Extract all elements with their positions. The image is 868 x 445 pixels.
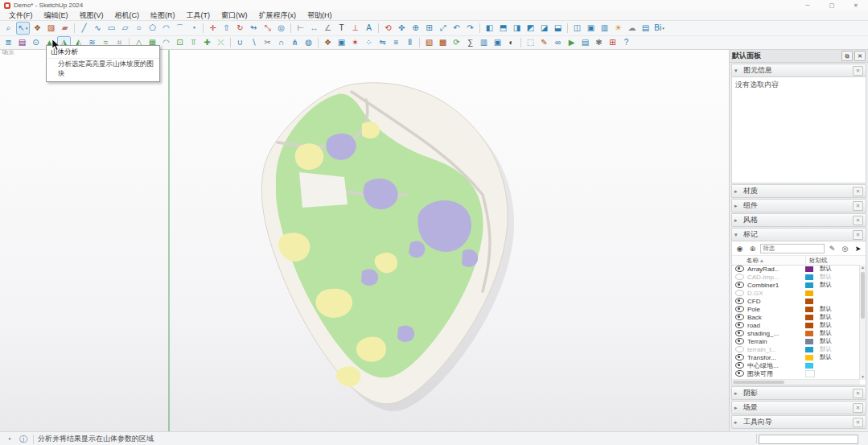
animation-play-icon[interactable]: ▶ bbox=[566, 37, 578, 48]
tag-name[interactable]: Transfor... bbox=[747, 354, 805, 361]
tag-row[interactable]: Combiner1默认 bbox=[732, 281, 860, 289]
tag-name[interactable]: 图块可用 bbox=[747, 369, 805, 378]
tag-color-swatch[interactable] bbox=[805, 347, 813, 352]
scroll-up-icon[interactable]: ▲ bbox=[860, 265, 866, 270]
section-entity-info[interactable]: ▾ 图元信息 ✕ bbox=[731, 64, 866, 77]
tag-row[interactable]: Pole默认 bbox=[732, 305, 860, 313]
section-fill-icon[interactable]: ▥ bbox=[599, 23, 611, 34]
column-name-label[interactable]: 名称 bbox=[747, 257, 759, 264]
tag-name[interactable]: Terrain bbox=[747, 338, 805, 345]
close-icon[interactable]: ✕ bbox=[853, 187, 863, 196]
eye-visible-icon[interactable] bbox=[735, 306, 744, 312]
label-icon[interactable]: ✎ bbox=[538, 37, 550, 48]
tag-dashes-value[interactable]: 默认 bbox=[820, 337, 855, 345]
measurement-input[interactable] bbox=[759, 435, 858, 444]
section-plane-icon[interactable]: ◫ bbox=[571, 23, 583, 34]
tag-name[interactable]: D.GX bbox=[747, 290, 805, 297]
menu-item-6[interactable]: 工具(T) bbox=[181, 10, 216, 21]
stamp-icon[interactable]: ⊡ bbox=[174, 37, 186, 48]
section-collapsed-bottom-1[interactable]: ▸阴影✕ bbox=[731, 386, 866, 400]
section-collapsed-top-2[interactable]: ▸组件✕ bbox=[731, 199, 866, 212]
eye-hidden-icon[interactable] bbox=[735, 274, 744, 280]
scenes-manager-icon[interactable]: ▤ bbox=[579, 37, 591, 48]
mirror-icon[interactable]: ⇋ bbox=[376, 37, 389, 48]
close-icon[interactable]: ✕ bbox=[853, 403, 863, 413]
right-view-icon[interactable]: ◩ bbox=[525, 23, 537, 34]
protractor-icon[interactable]: ∠ bbox=[322, 23, 334, 34]
section-tags[interactable]: ▾ 标记 ✕ bbox=[731, 228, 866, 241]
tag-name[interactable]: shading_... bbox=[747, 330, 805, 337]
orbit-icon[interactable]: ⟲ bbox=[382, 23, 394, 34]
pie-icon[interactable]: ◔ bbox=[187, 23, 200, 34]
menu-item-9[interactable]: 帮助(H) bbox=[302, 10, 338, 21]
follow-me-icon[interactable]: ↬ bbox=[248, 23, 260, 34]
close-icon[interactable]: ✕ bbox=[853, 66, 863, 76]
area-measure-icon[interactable]: ⬚ bbox=[525, 37, 537, 48]
menu-item-8[interactable]: 扩展程序(x) bbox=[253, 10, 302, 21]
tag-color-swatch[interactable] bbox=[805, 266, 813, 272]
add-tag-icon[interactable]: ⊕ bbox=[747, 245, 758, 253]
report-icon[interactable]: ▥ bbox=[478, 37, 490, 48]
text-icon[interactable]: T bbox=[335, 23, 348, 34]
two-point-arc-icon[interactable]: ⌒ bbox=[174, 23, 186, 34]
menu-item-7[interactable]: 窗口(W) bbox=[216, 10, 253, 21]
tag-color-swatch[interactable] bbox=[805, 331, 813, 336]
offset-icon[interactable]: ◎ bbox=[275, 23, 287, 34]
tag-dashes-value[interactable]: 默认 bbox=[820, 345, 855, 353]
purge-tags-icon[interactable]: ◎ bbox=[840, 245, 850, 253]
freehand-icon[interactable]: ∿ bbox=[92, 23, 104, 34]
polygon-icon[interactable]: ⬠ bbox=[146, 23, 158, 34]
export-image-icon[interactable]: ▣ bbox=[492, 37, 504, 48]
menu-item-1[interactable]: 文件(F) bbox=[3, 10, 39, 21]
search-icon[interactable]: ⌕ bbox=[2, 23, 14, 34]
tag-name[interactable]: terrain_t... bbox=[747, 346, 805, 353]
3d-text-icon[interactable]: A bbox=[363, 23, 375, 34]
move-icon[interactable]: ✛ bbox=[207, 23, 219, 34]
distribute-icon[interactable]: ⫴ bbox=[404, 37, 416, 48]
solid-split-icon[interactable]: ⋔ bbox=[289, 37, 301, 48]
tag-name[interactable]: CAD-Imp... bbox=[747, 274, 805, 281]
info-icon[interactable]: ⓘ bbox=[18, 435, 29, 444]
tag-color-swatch[interactable] bbox=[805, 363, 813, 369]
arc-icon[interactable]: ◠ bbox=[160, 23, 172, 34]
eye-hidden-icon[interactable] bbox=[735, 346, 744, 352]
tag-name[interactable]: Combiner1 bbox=[747, 282, 805, 289]
scale-icon[interactable]: ⤡ bbox=[261, 23, 274, 34]
scroll-down-icon[interactable]: ▼ bbox=[860, 374, 866, 380]
back-view-icon[interactable]: ⬓ bbox=[552, 23, 564, 34]
eye-visible-icon[interactable] bbox=[735, 298, 744, 304]
tag-row[interactable]: CAD-Imp...默认 bbox=[732, 273, 860, 281]
edit-tags-icon[interactable]: ✎ bbox=[827, 245, 837, 253]
scene-tab-label[interactable]: 场景 bbox=[2, 50, 14, 56]
tag-color-swatch[interactable] bbox=[805, 282, 813, 288]
eye-visible-icon[interactable] bbox=[735, 354, 744, 361]
zoom-window-icon[interactable]: ⊞ bbox=[423, 23, 435, 34]
tag-dashes-value[interactable]: 默认 bbox=[820, 329, 855, 337]
push-pull-icon[interactable]: ⇧ bbox=[220, 23, 232, 34]
material-tools-icon[interactable]: ▧ bbox=[423, 37, 435, 48]
rotate-icon[interactable]: ↻ bbox=[234, 23, 246, 34]
front-view-icon[interactable]: ◨ bbox=[511, 23, 523, 34]
drape-icon[interactable]: ⫪ bbox=[187, 37, 200, 48]
array-copy-icon[interactable]: ⁘ bbox=[363, 37, 375, 48]
tag-color-swatch[interactable] bbox=[805, 315, 813, 320]
tag-dashes-value[interactable]: 默认 bbox=[820, 281, 855, 289]
tag-row[interactable]: 图块可用 bbox=[732, 369, 860, 377]
eye-visible-icon[interactable] bbox=[735, 362, 744, 369]
tag-dashes-value[interactable]: 默认 bbox=[820, 353, 855, 361]
iso-view-icon[interactable]: ◧ bbox=[483, 23, 496, 34]
outer-shell-icon[interactable]: ◍ bbox=[302, 37, 315, 48]
tag-details-icon[interactable]: ➤ bbox=[853, 245, 863, 253]
rotated-rectangle-icon[interactable]: ▱ bbox=[119, 23, 131, 34]
tag-row[interactable]: Terrain默认 bbox=[732, 337, 860, 345]
rectangle-icon[interactable]: ▭ bbox=[105, 23, 117, 34]
close-icon[interactable]: ✕ bbox=[853, 418, 863, 427]
eye-visible-icon[interactable] bbox=[735, 330, 744, 336]
geolocation-icon[interactable]: ◔ bbox=[3, 435, 14, 444]
zoom-extents-icon[interactable]: ⤢ bbox=[437, 23, 449, 34]
tags-manager-icon[interactable]: ≣ bbox=[2, 37, 14, 48]
eye-visible-icon[interactable] bbox=[735, 370, 744, 377]
model-viewport[interactable]: 场景 bbox=[0, 50, 730, 431]
tape-measure-icon[interactable]: ⊢ bbox=[294, 23, 306, 34]
tag-name[interactable]: Back bbox=[747, 314, 805, 321]
